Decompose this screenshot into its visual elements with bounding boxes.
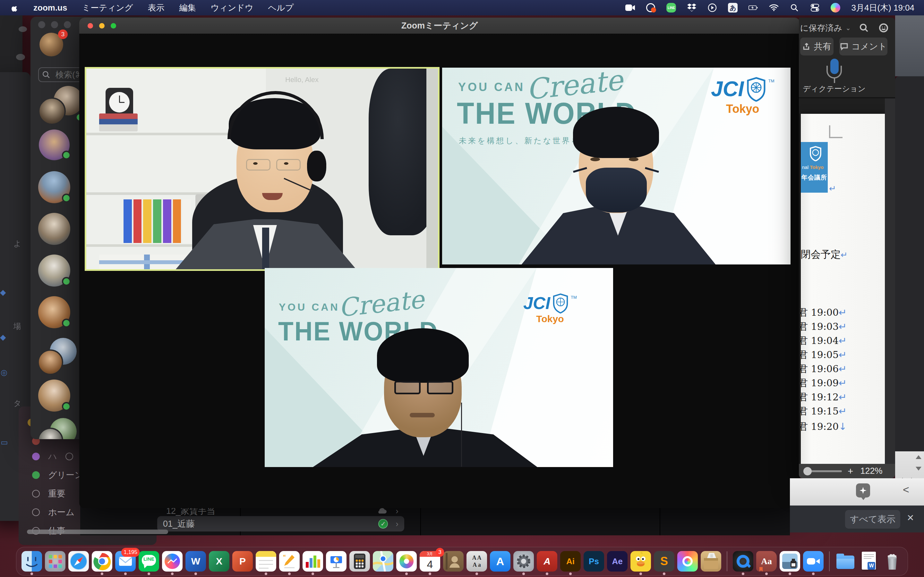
- dropbox-icon[interactable]: [687, 3, 696, 13]
- jci-slogan-youcan: YOU CAN: [279, 301, 340, 313]
- dock-line-icon[interactable]: LINE: [139, 551, 159, 572]
- dock-messenger-icon[interactable]: [162, 551, 183, 572]
- line-status-icon[interactable]: LINE: [666, 3, 676, 13]
- doc-time-line: 君 19:00↵: [801, 306, 846, 319]
- dock-photoshop-icon[interactable]: Ps: [583, 551, 604, 572]
- zoom-slider[interactable]: [803, 470, 842, 472]
- smiley-icon[interactable]: [879, 23, 889, 33]
- dock-fontbook-icon[interactable]: A A A a: [467, 551, 487, 572]
- dock-finder-icon[interactable]: [21, 551, 42, 572]
- zoom-percentage[interactable]: 122%: [861, 466, 883, 476]
- share-icon: [803, 42, 811, 51]
- menu-item-help[interactable]: ヘルプ: [268, 2, 294, 13]
- dock-notes-icon[interactable]: [256, 551, 276, 572]
- scroll-up-icon[interactable]: [916, 455, 921, 459]
- dock-excel-icon[interactable]: X: [209, 551, 229, 572]
- dock-photos-icon[interactable]: [396, 551, 417, 572]
- play-status-icon[interactable]: [708, 3, 717, 13]
- tag-row[interactable]: ホーム: [32, 506, 74, 518]
- menu-clock[interactable]: 3月4日(木) 19:04: [851, 2, 914, 13]
- ghost-avatar: [16, 54, 25, 60]
- camera-status-icon[interactable]: [625, 3, 635, 13]
- dock-acrobat-icon[interactable]: A: [537, 551, 557, 572]
- dock-chrome-icon[interactable]: [92, 551, 112, 572]
- video-tile-active-speaker[interactable]: Hello, Alex: [85, 67, 439, 271]
- comment-button[interactable]: コメント: [839, 37, 887, 55]
- dock-dictionary-icon[interactable]: Aa: [756, 551, 777, 572]
- dock-powerpoint-icon[interactable]: P: [232, 551, 253, 572]
- dock-system-preferences-icon[interactable]: [513, 551, 534, 572]
- dock-aftereffects-icon[interactable]: Ae: [607, 551, 628, 572]
- search-icon[interactable]: [859, 23, 869, 33]
- menu-item-view[interactable]: 表示: [148, 2, 165, 13]
- menu-app-name[interactable]: zoom.us: [33, 3, 67, 13]
- desktop: よ 場 タ ◆ ◆ ◎ ▭ ハ 仕事 グリーン 重要 ホーム 仕事: [0, 0, 924, 577]
- doc-time-line: 君 19:04↵: [801, 334, 846, 348]
- battery-icon[interactable]: [748, 3, 758, 13]
- dock-downloads-folder[interactable]: [835, 551, 856, 572]
- dock-zoom-icon[interactable]: [803, 551, 824, 572]
- document-page[interactable]: nal Tokyo 年会議所 ↵ 閉会予定↵ 君 19:00↵ 君 19:03↵…: [801, 114, 885, 464]
- dock-pages-icon[interactable]: “: [279, 551, 300, 572]
- minimize-icon[interactable]: [99, 23, 105, 29]
- dock-preview-icon[interactable]: [780, 551, 800, 572]
- dock-numbers-icon[interactable]: [302, 551, 323, 572]
- tag-row[interactable]: グリーン: [32, 469, 83, 481]
- minimize-icon[interactable]: [51, 21, 58, 28]
- dictation-button[interactable]: [824, 59, 845, 83]
- video-tile[interactable]: YOU CAN Create THE WORLD JCI TM Tokyo: [265, 268, 613, 467]
- show-all-label: すべて表示: [850, 513, 895, 525]
- menu-item-window[interactable]: ウィンドウ: [211, 2, 254, 13]
- dock-calculator-icon[interactable]: [349, 551, 370, 572]
- dock-creative-cloud-icon[interactable]: [677, 551, 698, 572]
- tag-row[interactable]: 重要: [32, 488, 65, 500]
- dock-calendar-icon[interactable]: 3 3月 4: [420, 551, 440, 572]
- audio-app-icon[interactable]: [646, 3, 656, 13]
- zoom-slider-knob[interactable]: [803, 467, 812, 475]
- dock-appstore-icon[interactable]: A: [490, 551, 510, 572]
- input-source-icon[interactable]: あ: [728, 3, 738, 13]
- dock-cyberduck-icon[interactable]: [630, 551, 651, 572]
- dock-quicktime-icon[interactable]: [733, 551, 753, 572]
- chevron-down-icon[interactable]: ⌄: [845, 24, 851, 32]
- video-tile[interactable]: YOU CAN Create THE WORLD 未来を構想し、新たな世界を東京…: [442, 68, 790, 264]
- window-titlebar[interactable]: Zoomミーティング: [79, 18, 800, 34]
- dock-illustrator-icon[interactable]: Ai: [560, 551, 581, 572]
- scroll-down-icon[interactable]: [916, 467, 921, 471]
- close-icon[interactable]: [38, 21, 45, 28]
- control-center-icon[interactable]: [810, 3, 820, 13]
- siri-icon[interactable]: [830, 3, 840, 13]
- dock-sublime-icon[interactable]: S: [654, 551, 674, 572]
- dock-archive-utility-icon[interactable]: [701, 551, 721, 572]
- vertical-scrollbar[interactable]: [885, 98, 895, 464]
- tag-label: ホーム: [48, 506, 74, 518]
- close-icon[interactable]: ✕: [907, 513, 914, 523]
- dock-contacts-icon[interactable]: [443, 551, 464, 572]
- zoom-icon[interactable]: [111, 23, 116, 29]
- dock-mail-icon[interactable]: 1,195: [115, 551, 136, 572]
- dropbox-icon: ◆: [0, 288, 6, 297]
- apple-menu-icon[interactable]: [11, 3, 19, 12]
- zoom-icon[interactable]: [64, 21, 71, 28]
- spotlight-icon[interactable]: [790, 3, 799, 13]
- mouth: [410, 413, 435, 417]
- collapse-chevron[interactable]: <: [903, 484, 909, 496]
- dock-launchpad-icon[interactable]: [45, 551, 65, 572]
- dock-word-icon[interactable]: W: [186, 551, 206, 572]
- horizontal-scrollbar[interactable]: [27, 530, 168, 534]
- share-button[interactable]: 共有: [800, 37, 834, 55]
- menu-item-edit[interactable]: 編集: [179, 2, 196, 13]
- sublime-letter: S: [654, 551, 674, 572]
- show-all-button[interactable]: すべて表示: [845, 510, 900, 529]
- editor-assistant-button[interactable]: [856, 484, 870, 498]
- zoom-in-button[interactable]: +: [848, 466, 853, 477]
- close-icon[interactable]: [87, 23, 93, 29]
- dock-keynote-icon[interactable]: [326, 551, 347, 572]
- dock-maps-icon[interactable]: [373, 551, 393, 572]
- menu-item-meeting[interactable]: ミーティング: [82, 2, 133, 13]
- dock-trash-icon[interactable]: [882, 551, 903, 572]
- list-item-selected[interactable]: 01_近藤 ✓ ›: [157, 516, 404, 532]
- dock-safari-icon[interactable]: [68, 551, 89, 572]
- dock-word-document[interactable]: W: [859, 551, 879, 572]
- wifi-icon[interactable]: [769, 3, 779, 13]
